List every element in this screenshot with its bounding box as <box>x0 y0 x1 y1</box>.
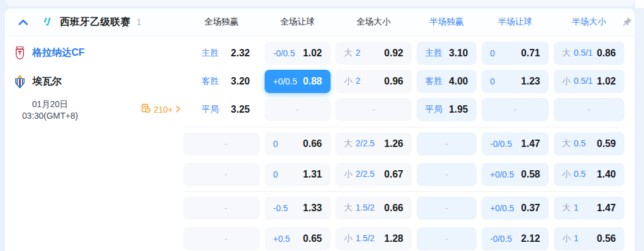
home-team-row[interactable]: 格拉纳达CF <box>13 43 84 62</box>
odds-cell-hcp[interactable]: 00.71 <box>481 42 549 65</box>
right-scroll-strip[interactable] <box>635 0 644 251</box>
odds-cell-win[interactable]: 主胜3.10 <box>417 42 477 65</box>
odds-cell-win[interactable]: 客胜4.00 <box>417 70 477 93</box>
odds-cell-win[interactable]: 客胜3.20 <box>183 70 260 93</box>
odds-cell-hcp[interactable]: +0/0.50.37 <box>481 197 549 220</box>
odds-row: -00.66大2/2.51.26--0/0.51.47大0.50.59 <box>183 132 624 155</box>
odds-cell-hcp[interactable]: 00.66 <box>265 132 331 155</box>
odds-cell-empty: - <box>335 98 412 121</box>
odds-cell-hcp[interactable]: -0/0.52.12 <box>481 227 549 250</box>
odds-section-2: --0.51.33大1.5/20.66-+0/0.50.37大11.47-+0.… <box>183 191 624 251</box>
league-name: 西班牙乙级联赛 <box>60 16 131 29</box>
odds-cell-hcp[interactable]: -0/0.51.02 <box>265 42 331 65</box>
odds-cell-empty: - <box>183 132 260 155</box>
odds-cell-empty: - <box>481 98 549 121</box>
odds-cell-win[interactable]: 平局3.25 <box>183 98 260 121</box>
odds-cell-ou[interactable]: 大0.5/10.86 <box>554 42 624 65</box>
more-markets-count: 210+ <box>153 105 173 114</box>
odds-cell-ou[interactable]: 大1.5/20.66 <box>335 197 412 220</box>
odds-cell-empty: - <box>417 132 477 155</box>
league-header-row: 西班牙乙级联赛 1 全场独赢全场让球全场大小半场独赢半场让球半场大小 <box>5 9 635 36</box>
odds-row: 平局3.25--平局1.95-- <box>183 98 624 121</box>
away-team-name: 埃瓦尔 <box>32 75 62 88</box>
odds-cell-empty: - <box>183 227 260 250</box>
odds-cell-empty: - <box>183 197 260 220</box>
league-match-count: 1 <box>137 17 142 27</box>
odds-cell-hcp[interactable]: -0/0.51.47 <box>481 132 549 155</box>
match-datetime: 01月20日 03:30(GMT+8) <box>7 99 93 122</box>
odds-row: --0.51.33大1.5/20.66-+0/0.50.37大11.47 <box>183 197 624 220</box>
odds-cell-ou[interactable]: 小0.5/11.02 <box>554 70 624 93</box>
odds-row: -+0.50.65小1.5/21.28--0/0.52.12小10.56 <box>183 227 624 250</box>
odds-cell-empty: - <box>417 197 477 220</box>
odds-cell-ou[interactable]: 大0.50.59 <box>554 132 624 155</box>
odds-row: -01.31小2/2.50.67-+0/0.50.58小0.51.40 <box>183 163 624 186</box>
more-markets-link[interactable]: 210+ <box>141 103 181 116</box>
odds-body: 格拉纳达CF 埃瓦尔 01月20日 03:30(GMT+8) <box>5 36 635 251</box>
match-info-column: 格拉纳达CF 埃瓦尔 01月20日 03:30(GMT+8) <box>5 36 183 251</box>
league-odds-card: 西班牙乙级联赛 1 全场独赢全场让球全场大小半场独赢半场让球半场大小 格拉纳达C… <box>5 9 635 251</box>
odds-section-1: -00.66大2/2.51.26--0/0.51.47大0.50.59-01.3… <box>183 127 624 191</box>
match-date: 01月20日 <box>7 99 93 110</box>
away-team-crest-icon <box>13 75 26 89</box>
odds-cell-ou[interactable]: 小1.5/21.28 <box>335 227 412 250</box>
odds-section-0: 主胜2.32-0/0.51.02大20.92主胜3.1000.71大0.5/10… <box>183 36 624 127</box>
previous-card-fragment <box>5 0 635 6</box>
odds-row: 主胜2.32-0/0.51.02大20.92主胜3.1000.71大0.5/10… <box>183 42 624 65</box>
column-header-half-5[interactable]: 半场大小 <box>554 17 624 28</box>
pin-icon[interactable] <box>621 17 632 28</box>
odds-history-icon <box>141 103 151 116</box>
home-team-name: 格拉纳达CF <box>32 47 84 59</box>
column-header-full-0: 全场独赢 <box>183 17 260 28</box>
odds-cell-hcp[interactable]: 01.31 <box>265 163 331 186</box>
odds-cell-hcp[interactable]: -0.51.33 <box>265 197 331 220</box>
away-team-row[interactable]: 埃瓦尔 <box>13 72 62 91</box>
odds-cell-ou[interactable]: 小2/2.50.67 <box>335 163 412 186</box>
odds-cell-hcp[interactable]: +0/0.50.58 <box>481 163 549 186</box>
odds-cell-hcp[interactable]: +0.50.65 <box>265 227 331 250</box>
odds-cell-win[interactable]: 主胜2.32 <box>183 42 260 65</box>
league-logo-icon <box>42 17 53 28</box>
odds-cell-empty: - <box>265 98 331 121</box>
odds-cell-ou[interactable]: 小20.96 <box>335 70 412 93</box>
odds-cell-ou[interactable]: 大11.47 <box>554 197 624 220</box>
odds-cell-ou[interactable]: 小0.51.40 <box>554 163 624 186</box>
odds-cell-win[interactable]: 平局1.95 <box>417 98 477 121</box>
odds-cell-empty: - <box>183 163 260 186</box>
collapse-chevron-up-icon[interactable] <box>18 17 28 27</box>
right-strip-top <box>635 0 644 8</box>
odds-row: 客胜3.20+0/0.50.88小20.96客胜4.0001.23小0.5/11… <box>183 70 624 93</box>
home-team-crest-icon <box>13 46 26 60</box>
odds-cell-empty: - <box>554 98 624 121</box>
column-header-half-3[interactable]: 半场独赢 <box>417 17 477 28</box>
odds-grid: 主胜2.32-0/0.51.02大20.92主胜3.1000.71大0.5/10… <box>183 36 635 251</box>
odds-cell-ou[interactable]: 大2/2.51.26 <box>335 132 412 155</box>
chevron-right-icon <box>175 104 181 115</box>
match-time: 03:30(GMT+8) <box>7 110 93 122</box>
odds-cell-ou[interactable]: 大20.92 <box>335 42 412 65</box>
odds-cell-empty: - <box>417 227 477 250</box>
odds-cell-hcp-selected[interactable]: +0/0.50.88 <box>265 70 331 93</box>
odds-column-headers: 全场独赢全场让球全场大小半场独赢半场让球半场大小 <box>183 9 624 36</box>
column-header-full-2: 全场大小 <box>335 17 412 28</box>
odds-cell-empty: - <box>417 163 477 186</box>
column-header-full-1: 全场让球 <box>265 17 331 28</box>
odds-cell-ou[interactable]: 小10.56 <box>554 227 624 250</box>
odds-cell-hcp[interactable]: 01.23 <box>481 70 549 93</box>
column-header-half-4[interactable]: 半场让球 <box>481 17 549 28</box>
